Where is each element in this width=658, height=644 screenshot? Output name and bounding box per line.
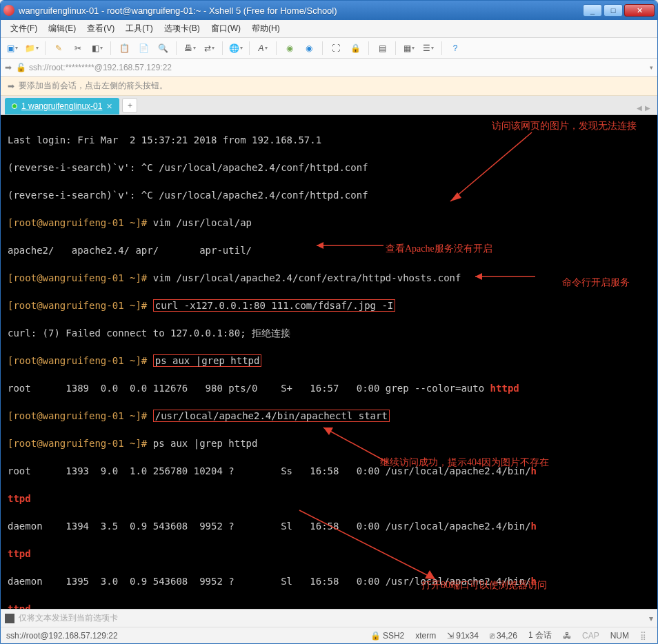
app-icon: [3, 5, 14, 16]
layout-button[interactable]: ▦: [401, 41, 417, 56]
tab-prev-icon[interactable]: ◀: [637, 104, 642, 112]
terminal[interactable]: Last login: Fri Mar 2 15:37:21 2018 from…: [1, 115, 657, 609]
web-button[interactable]: 🌐: [228, 41, 243, 56]
menu-tabs[interactable]: 选项卡(B): [160, 21, 204, 36]
status-sessions: 1 会话: [528, 630, 552, 641]
address-bar[interactable]: ➡ 🔓 ssh://root:*********@192.168.57.129:…: [1, 59, 657, 77]
lock-button[interactable]: 🔒: [348, 41, 363, 56]
input-dropdown-icon[interactable]: ▾: [649, 614, 653, 623]
tab-next-icon[interactable]: ▶: [645, 104, 650, 112]
menu-file[interactable]: 文件(F): [6, 21, 41, 36]
status-num: NUM: [610, 631, 629, 641]
disconnect-button[interactable]: ✂: [70, 41, 86, 56]
app-window: wangruifenglinux-01 - root@wangruifeng-0…: [0, 0, 658, 644]
new-session-button[interactable]: ▣: [5, 41, 20, 56]
status-bar: ssh://root@192.168.57.129:22 🔒 SSH2 xter…: [1, 627, 657, 643]
annotation-3: 命令行开启服务: [562, 276, 630, 290]
input-bar[interactable]: 仅将文本发送到当前选项卡 ▾: [1, 609, 657, 627]
status-connection: ssh://root@192.168.57.129:22: [6, 631, 365, 641]
status-dot-icon: [12, 103, 17, 109]
view-button[interactable]: ☰: [421, 41, 436, 56]
properties-button[interactable]: ◧: [90, 41, 105, 56]
window-title: wangruifenglinux-01 - root@wangruifeng-0…: [19, 6, 583, 16]
svg-marker-7: [323, 427, 333, 435]
color2-button[interactable]: ◉: [301, 41, 317, 56]
paste-button[interactable]: 📄: [136, 41, 151, 56]
fullscreen-button[interactable]: ⛶: [328, 41, 343, 56]
tab-bar: 1 wangruifenglinux-01 ✕ + ◀ ▶: [1, 96, 657, 115]
color1-button[interactable]: ◉: [282, 41, 297, 56]
minimize-button[interactable]: _: [583, 4, 602, 17]
maximize-button[interactable]: □: [604, 4, 623, 17]
menubar: 文件(F) 编辑(E) 查看(V) 工具(T) 选项卡(B) 窗口(W) 帮助(…: [1, 20, 657, 38]
menu-window[interactable]: 窗口(W): [207, 21, 245, 36]
status-caps: CAP: [582, 631, 599, 641]
tab-close-icon[interactable]: ✕: [106, 102, 112, 111]
tab-nav: ◀ ▶: [634, 101, 653, 114]
annotation-5: 打开80端口可以使浏览器访问: [421, 578, 547, 592]
input-placeholder[interactable]: 仅将文本发送到当前选项卡: [19, 612, 649, 624]
reconnect-button[interactable]: ✎: [51, 41, 66, 56]
menu-help[interactable]: 帮助(H): [248, 21, 284, 36]
toolbar: ▣ 📁 ✎ ✂ ◧ 📋 📄 🔍 🖶 ⇄ 🌐 A ◉ ◉ ⛶ 🔒 ▤ ▦ ☰ ?: [1, 38, 657, 59]
status-proto: 🔒 SSH2: [370, 631, 404, 641]
close-button[interactable]: ✕: [624, 4, 655, 17]
print-button[interactable]: 🖶: [182, 41, 197, 56]
status-position: ⎚ 34,26: [490, 631, 517, 641]
find-button[interactable]: 🔍: [155, 41, 170, 56]
compose-button[interactable]: ▤: [375, 41, 390, 56]
hint-icon: ➡: [8, 81, 14, 91]
menu-tools[interactable]: 工具(T): [121, 21, 157, 36]
lock-icon: 🔓: [16, 63, 26, 72]
annotation-2: 查看Apache服务没有开启: [386, 242, 492, 256]
input-icon: [5, 614, 14, 623]
new-tab-button[interactable]: +: [122, 98, 137, 113]
session-tab[interactable]: 1 wangruifenglinux-01 ✕: [5, 98, 119, 114]
status-term: xterm: [415, 631, 436, 641]
menu-view[interactable]: 查看(V): [83, 21, 119, 36]
annotation-4: 继续访问成功，提示404因为图片不存在: [380, 456, 549, 470]
status-grip-icon: ⣿: [640, 631, 646, 641]
address-field[interactable]: ssh://root:*********@192.168.57.129:22: [29, 63, 650, 72]
status-network-icon: 🖧: [563, 631, 571, 641]
hint-bar: ➡ 要添加当前会话，点击左侧的箭头按钮。: [1, 77, 657, 96]
add-session-icon[interactable]: ➡: [5, 63, 12, 72]
help-icon[interactable]: ?: [448, 41, 463, 56]
tab-label: 1 wangruifenglinux-01: [21, 101, 102, 111]
open-button[interactable]: 📁: [24, 41, 39, 56]
annotation-1: 访问该网页的图片，发现无法连接: [492, 119, 637, 133]
copy-button[interactable]: 📋: [117, 41, 132, 56]
hint-text: 要添加当前会话，点击左侧的箭头按钮。: [19, 80, 168, 92]
address-dropdown-icon[interactable]: ▾: [650, 64, 653, 71]
menu-edit[interactable]: 编辑(E): [44, 21, 80, 36]
font-button[interactable]: A: [255, 41, 270, 56]
transfer-button[interactable]: ⇄: [201, 41, 217, 56]
titlebar: wangruifenglinux-01 - root@wangruifeng-0…: [1, 1, 657, 20]
status-size: ⇲ 91x34: [447, 631, 479, 641]
